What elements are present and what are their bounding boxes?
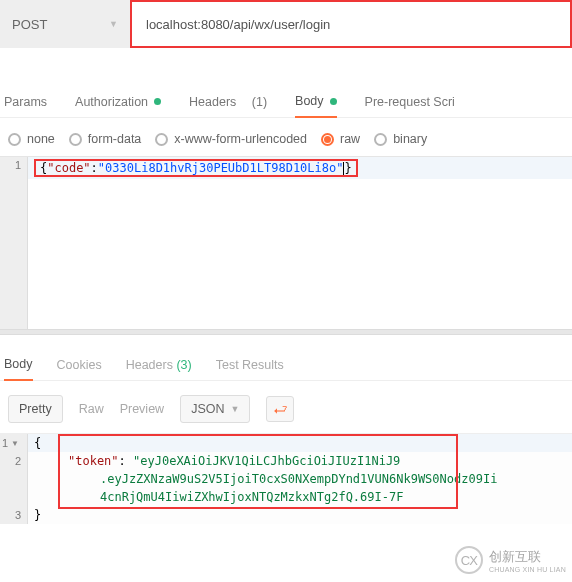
chevron-down-icon: ▼ [230, 404, 239, 414]
line-number [0, 470, 28, 488]
line-number: 2 [0, 452, 28, 470]
chevron-down-icon: ▼ [109, 19, 118, 29]
method-select[interactable]: POST ▼ [0, 0, 130, 48]
radio-icon [321, 133, 334, 146]
response-tabs: Body Cookies Headers (3) Test Results [0, 335, 572, 381]
watermark: CX 创新互联 CHUANG XIN HU LIAN [455, 546, 566, 574]
request-tabs: Params Authorization Headers (1) Body Pr… [0, 80, 572, 118]
resp-line: .eyJzZXNzaW9uS2V5IjoiT0cxS0NXempDYnd1VUN… [28, 470, 572, 488]
radio-form-data[interactable]: form-data [69, 132, 142, 146]
tab-headers[interactable]: Headers (1) [189, 87, 267, 117]
body-line[interactable]: {"code":"0330Li8D1hvRj30PEUbD1LT98D10Li8… [28, 157, 572, 179]
url-input[interactable]: localhost:8080/api/wx/user/login [130, 0, 572, 48]
radio-icon [8, 133, 21, 146]
tab-body[interactable]: Body [295, 86, 337, 118]
view-preview-button[interactable]: Preview [120, 402, 164, 416]
resp-tab-tests[interactable]: Test Results [216, 350, 284, 380]
view-raw-button[interactable]: Raw [79, 402, 104, 416]
logo-icon: CX [455, 546, 483, 574]
radio-raw[interactable]: raw [321, 132, 360, 146]
status-dot-icon [154, 98, 161, 105]
request-body-editor[interactable]: 1 {"code":"0330Li8D1hvRj30PEUbD1LT98D10L… [0, 156, 572, 329]
resp-tab-body[interactable]: Body [4, 349, 33, 381]
format-select[interactable]: JSON▼ [180, 395, 250, 423]
radio-icon [155, 133, 168, 146]
line-number: 1 ▼ [0, 434, 28, 452]
radio-binary[interactable]: binary [374, 132, 427, 146]
highlighted-body: {"code":"0330Li8D1hvRj30PEUbD1LT98D10Li8… [34, 159, 358, 177]
radio-x-www-form-urlencoded[interactable]: x-www-form-urlencoded [155, 132, 307, 146]
radio-icon [374, 133, 387, 146]
response-body-editor[interactable]: 1 ▼ { 2 "token": "eyJ0eXAiOiJKV1QiLCJhbG… [0, 434, 572, 524]
fold-icon[interactable]: ▼ [11, 439, 19, 448]
method-value: POST [12, 17, 47, 32]
status-dot-icon [330, 98, 337, 105]
resp-line: } [28, 506, 572, 524]
resp-line: 4cnRjQmU4IiwiZXhwIjoxNTQzMzkxNTg2fQ.69I-… [28, 488, 572, 506]
wrap-lines-icon[interactable]: ⮐ [266, 396, 294, 422]
radio-icon [69, 133, 82, 146]
radio-none[interactable]: none [8, 132, 55, 146]
tab-authorization[interactable]: Authorization [75, 87, 161, 117]
response-toolbar: Pretty Raw Preview JSON▼ ⮐ [0, 381, 572, 434]
url-text: localhost:8080/api/wx/user/login [146, 17, 330, 32]
resp-line: { [28, 434, 572, 452]
resp-tab-headers[interactable]: Headers (3) [126, 350, 192, 380]
tab-prerequest[interactable]: Pre-request Scri [365, 87, 455, 117]
line-number: 3 [0, 506, 28, 524]
resp-tab-cookies[interactable]: Cookies [57, 350, 102, 380]
view-pretty-button[interactable]: Pretty [8, 395, 63, 423]
resp-line: "token": "eyJ0eXAiOiJKV1QiLCJhbGciOiJIUz… [28, 452, 572, 470]
body-type-radios: none form-data x-www-form-urlencoded raw… [0, 118, 572, 156]
tab-params[interactable]: Params [4, 87, 47, 117]
line-number [0, 488, 28, 506]
line-number: 1 [0, 157, 28, 179]
